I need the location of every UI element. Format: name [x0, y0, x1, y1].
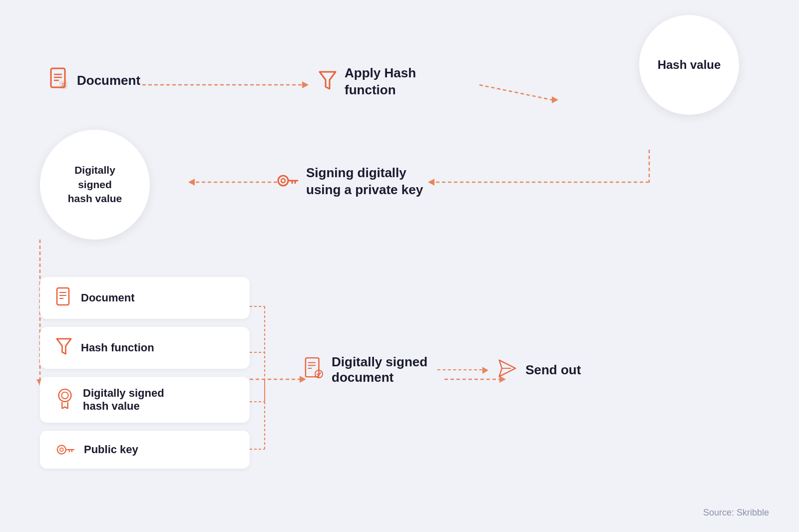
hash-value-circle: Hash value: [639, 15, 739, 115]
apply-hash-label: Apply Hash: [345, 65, 416, 82]
signed-doc-icon: [305, 357, 324, 383]
send-icon: [497, 358, 517, 381]
apply-hash-label2: function: [345, 82, 416, 99]
svg-rect-26: [60, 81, 67, 88]
card-public-key-label: Public key: [84, 443, 138, 456]
card-signed-hash-label2: hash value: [83, 400, 164, 413]
svg-marker-6: [428, 179, 434, 186]
signed-hash-circle-label: Digitallysignedhash value: [58, 153, 132, 216]
digitally-signed-doc-node: Digitally signed document: [305, 354, 427, 385]
apply-hash-node: Apply Hash function: [319, 65, 416, 99]
document-icon-card: [56, 287, 72, 309]
svg-point-40: [59, 389, 71, 402]
svg-point-41: [61, 392, 68, 399]
svg-marker-39: [57, 339, 71, 354]
filter-icon-card: [56, 337, 72, 359]
signing-label1: Signing digitally: [306, 165, 423, 182]
svg-marker-3: [552, 96, 558, 103]
svg-marker-1: [302, 81, 309, 88]
svg-point-42: [57, 445, 66, 454]
document-icon-top: [50, 67, 69, 93]
svg-marker-29: [320, 72, 336, 89]
signed-doc-label1: Digitally signed: [332, 354, 427, 370]
signed-hash-circle: Digitallysignedhash value: [40, 130, 150, 240]
source-label: Source: Skribble: [703, 508, 769, 518]
svg-line-2: [479, 85, 552, 100]
main-container: Document Apply Hash function Hash value …: [0, 0, 799, 532]
svg-point-31: [281, 179, 285, 183]
send-out-label: Send out: [525, 362, 581, 378]
card-document-label: Document: [81, 291, 135, 304]
cards-section: Document Hash function Digitally signed: [40, 277, 250, 469]
svg-point-30: [278, 176, 288, 186]
card-hash-function: Hash function: [40, 327, 250, 369]
filter-icon-top: [319, 70, 337, 94]
seal-icon-card: [56, 388, 74, 412]
svg-rect-35: [57, 288, 69, 305]
signing-label2: using a private key: [306, 182, 423, 199]
card-public-key: Public key: [40, 431, 250, 469]
svg-marker-8: [188, 179, 195, 186]
document-node-top: Document: [50, 67, 140, 93]
signed-doc-label2: document: [332, 370, 427, 385]
send-out-node: Send out: [497, 358, 581, 381]
hash-value-label: Hash value: [658, 58, 721, 72]
card-hash-function-label: Hash function: [81, 341, 154, 354]
document-label-top: Document: [77, 73, 140, 88]
key-icon-middle: [277, 173, 298, 191]
signing-node: Signing digitally using a private key: [277, 165, 423, 199]
card-document: Document: [40, 277, 250, 319]
svg-point-43: [60, 448, 63, 452]
card-signed-hash: Digitally signed hash value: [40, 377, 250, 423]
key-icon-card: [56, 441, 75, 459]
card-signed-hash-label1: Digitally signed: [83, 387, 164, 400]
bottom-right-section: Digitally signed document Send out: [305, 354, 581, 385]
